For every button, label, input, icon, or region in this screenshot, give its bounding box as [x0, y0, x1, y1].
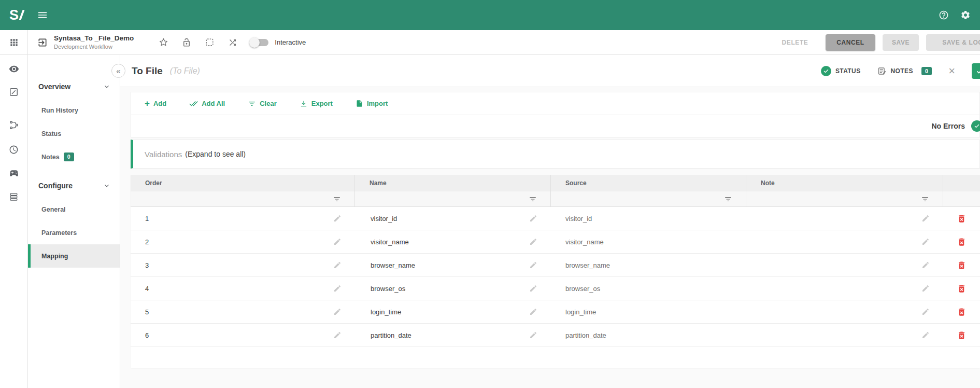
help-icon[interactable] — [939, 10, 949, 20]
status-check-icon — [821, 66, 831, 76]
validations-panel[interactable]: Validations (Expand to see all) — [131, 140, 980, 169]
edit-order-icon[interactable] — [333, 238, 342, 246]
table-row: 1 visitor_id visitor_id — [131, 207, 980, 230]
sidebar-section-overview[interactable]: Overview — [28, 75, 120, 99]
export-button[interactable]: Export — [300, 100, 333, 108]
order-value: 4 — [145, 285, 149, 293]
validations-title: Validations — [145, 150, 182, 159]
delete-button[interactable]: DELETE — [780, 34, 810, 51]
edit-note-icon[interactable] — [921, 238, 930, 246]
sidebar-item-notes[interactable]: Notes 0 — [28, 145, 120, 169]
edit-order-icon[interactable] — [333, 214, 342, 223]
collapse-back-button[interactable]: « — [111, 64, 125, 78]
name-value: partition_date — [371, 331, 411, 339]
section-label: Configure — [38, 182, 73, 190]
sidebar-item-status[interactable]: Status — [28, 122, 120, 145]
cancel-button[interactable]: CANCEL — [826, 34, 875, 51]
close-icon[interactable]: × — [948, 65, 955, 77]
filter-cell-name — [355, 191, 551, 206]
delete-row-icon[interactable] — [957, 307, 967, 317]
edit-name-icon[interactable] — [529, 284, 537, 293]
lock-open-icon[interactable] — [182, 38, 191, 47]
filter-icon[interactable] — [529, 195, 537, 203]
interactive-toggle[interactable] — [251, 39, 268, 46]
filter-icon[interactable] — [724, 195, 732, 203]
edit-note-icon[interactable] — [921, 214, 930, 223]
source-value: visitor_name — [565, 238, 604, 246]
settings-gear-icon[interactable] — [960, 10, 971, 20]
workflow-sidebar: Overview Run History Status Notes 0 Conf… — [28, 55, 120, 388]
chevron-right-icon[interactable] — [970, 150, 979, 158]
edit-note-icon[interactable] — [921, 331, 930, 339]
table-row: 2 visitor_name visitor_name — [131, 230, 980, 254]
sidebar-item-run-history[interactable]: Run History — [28, 99, 120, 122]
filter-icon[interactable] — [333, 195, 341, 203]
column-header-source: Source — [551, 175, 746, 191]
interactive-label: Interactive — [275, 38, 306, 46]
edit-name-icon[interactable] — [529, 331, 537, 339]
add-all-button[interactable]: Add All — [189, 99, 225, 108]
workflow-graph-icon[interactable] — [0, 116, 27, 134]
favorite-star-icon[interactable] — [159, 37, 168, 47]
delete-row-icon[interactable] — [957, 284, 967, 294]
main-body: + Add Add All Clear Export Import — [120, 87, 980, 368]
filter-cell-actions — [943, 191, 980, 206]
workflow-exit-icon — [37, 37, 48, 48]
save-and-lock-button[interactable]: SAVE & LOCK — [926, 34, 980, 51]
source-value: browser_name — [565, 261, 610, 269]
marquee-select-icon[interactable] — [205, 37, 215, 47]
export-label: Export — [311, 100, 333, 107]
preview-eye-icon[interactable] — [0, 60, 27, 78]
delete-row-icon[interactable] — [957, 237, 967, 247]
mapping-actions-row: + Add Add All Clear Export Import — [131, 92, 979, 115]
delete-row-icon[interactable] — [957, 260, 967, 270]
source-value: visitor_id — [565, 215, 592, 223]
approve-button[interactable] — [972, 63, 980, 79]
edit-name-icon[interactable] — [529, 261, 537, 269]
edit-name-icon[interactable] — [529, 238, 537, 246]
filter-cell-source — [551, 191, 746, 206]
add-button[interactable]: + Add — [145, 99, 166, 108]
delete-row-icon[interactable] — [957, 214, 967, 224]
edit-order-icon[interactable] — [333, 261, 342, 269]
sidebar-section-configure[interactable]: Configure — [28, 174, 120, 198]
sidebar-item-parameters[interactable]: Parameters — [28, 221, 120, 244]
edit-box-icon[interactable] — [0, 82, 27, 101]
workflow-toolbar: Syntasa_To _File_Demo Development Workfl… — [28, 30, 980, 55]
notes-label: NOTES — [891, 67, 913, 75]
syntasa-logo: S — [9, 7, 23, 23]
edit-name-icon[interactable] — [529, 214, 537, 223]
node-header-actions: STATUS NOTES 0 × — [821, 55, 980, 87]
no-errors-label: No Errors — [931, 122, 965, 130]
status-label: STATUS — [835, 67, 861, 75]
status-button[interactable]: STATUS — [821, 66, 861, 76]
node-subtitle: (To File) — [170, 66, 200, 76]
stack-layers-icon[interactable] — [0, 187, 27, 206]
save-button[interactable]: SAVE — [883, 34, 919, 51]
delete-row-icon[interactable] — [957, 330, 967, 340]
swap-arrows-icon[interactable] — [228, 38, 237, 47]
apps-grid-icon[interactable] — [0, 30, 27, 55]
import-button[interactable]: Import — [356, 100, 388, 107]
edit-order-icon[interactable] — [333, 331, 342, 339]
workflow-title-block: Syntasa_To _File_Demo Development Workfl… — [54, 34, 134, 50]
sidebar-item-general[interactable]: General — [28, 198, 120, 221]
clear-button[interactable]: Clear — [248, 100, 277, 108]
edit-note-icon[interactable] — [921, 261, 930, 269]
table-filter-row — [131, 191, 980, 207]
edit-order-icon[interactable] — [333, 284, 342, 293]
name-value: browser_os — [371, 285, 405, 293]
clear-lines-icon — [248, 100, 256, 108]
edit-order-icon[interactable] — [333, 308, 342, 316]
history-clock-icon[interactable] — [0, 140, 27, 159]
notes-button[interactable]: NOTES 0 — [877, 66, 932, 76]
edit-note-icon[interactable] — [921, 284, 930, 293]
toolbar-buttons: DELETE CANCEL SAVE SAVE & LOCK — [780, 30, 980, 55]
edit-note-icon[interactable] — [921, 308, 930, 316]
column-header-name: Name — [355, 175, 551, 191]
hamburger-menu-icon[interactable] — [37, 10, 48, 20]
filter-icon[interactable] — [921, 195, 929, 203]
sidebar-item-mapping[interactable]: Mapping — [28, 244, 120, 268]
edit-name-icon[interactable] — [529, 308, 537, 316]
gamepad-icon[interactable] — [0, 164, 27, 183]
